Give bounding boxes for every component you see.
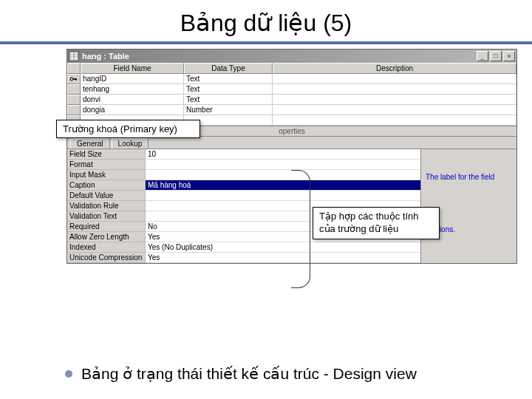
prop-label: Validation Text — [67, 211, 146, 222]
prop-label: Format — [67, 160, 146, 170]
tab-general[interactable]: General — [70, 138, 110, 149]
fieldname-cell[interactable]: dongia — [81, 105, 184, 115]
svg-point-4 — [70, 78, 73, 81]
prop-value[interactable]: 10 — [146, 149, 420, 160]
primary-key-icon — [69, 75, 78, 83]
callout-field-attributes: Tập hợp các thuộc tính của trường dữ liệ… — [313, 207, 440, 239]
prop-label: Required — [67, 222, 146, 232]
datatype-cell[interactable]: Text — [184, 74, 273, 84]
datatype-header: Data Type — [184, 63, 273, 74]
prop-label: Input Mask — [67, 170, 146, 180]
close-button[interactable]: × — [503, 51, 515, 61]
property-hint-pane: The label for the field captions. — [420, 149, 516, 263]
table-icon — [69, 51, 79, 61]
prop-value[interactable] — [146, 160, 420, 170]
slide-caption: Bảng ở trạng thái thiết kế cấu trúc - De… — [81, 365, 417, 383]
prop-value[interactable]: Yes (No Duplicates) — [146, 242, 420, 253]
description-cell[interactable] — [273, 95, 516, 105]
slide-title: Bảng dữ liệu (5) — [0, 0, 532, 41]
minimize-button[interactable]: _ — [477, 51, 488, 61]
field-definition-grid: Field Name Data Type Description hangID … — [67, 63, 516, 126]
svg-rect-6 — [76, 78, 77, 81]
description-cell[interactable] — [273, 115, 516, 126]
window-title: hang : Table — [82, 52, 477, 61]
prop-label: Allow Zero Length — [67, 232, 146, 242]
datatype-cell[interactable]: Number — [184, 105, 273, 115]
row-selector[interactable] — [67, 95, 81, 105]
bullet-icon — [65, 370, 72, 378]
description-cell[interactable] — [273, 74, 516, 84]
fieldname-cell[interactable]: donvi — [81, 95, 184, 105]
prop-value[interactable] — [146, 170, 420, 180]
prop-label: Indexed — [67, 242, 146, 253]
callout-primary-key: Trường khoá (Primary key) — [56, 120, 200, 138]
fieldname-cell[interactable]: hangID — [81, 74, 184, 84]
prop-value-caption[interactable]: Mã hàng hoá — [146, 180, 420, 191]
prop-label: Default Value — [67, 191, 146, 201]
tab-lookup[interactable]: Lookup — [112, 138, 149, 149]
datatype-cell[interactable]: Text — [184, 84, 273, 95]
prop-label: Field Size — [67, 149, 146, 160]
rowselector-header — [67, 63, 81, 74]
description-cell[interactable] — [273, 84, 516, 95]
row-selector[interactable] — [67, 105, 81, 115]
title-divider — [0, 41, 532, 44]
prop-label: Unicode Compression — [67, 253, 146, 263]
row-selector-pk[interactable] — [67, 74, 81, 84]
prop-value[interactable]: Yes — [146, 253, 420, 263]
maximize-button[interactable]: □ — [490, 51, 502, 61]
prop-label: Validation Rule — [67, 201, 146, 211]
row-selector[interactable] — [67, 84, 81, 95]
prop-value[interactable] — [146, 191, 420, 201]
description-header: Description — [273, 63, 516, 74]
brace-icon — [291, 170, 310, 288]
window-titlebar: hang : Table _ □ × — [67, 50, 516, 63]
description-cell[interactable] — [273, 105, 516, 115]
prop-label: Caption — [67, 180, 146, 191]
fieldname-cell[interactable]: tenhang — [81, 84, 184, 95]
hint-text-1: The label for the field — [426, 173, 512, 181]
datatype-cell[interactable]: Text — [184, 95, 273, 105]
fieldname-header: Field Name — [81, 63, 184, 74]
field-properties-grid: Field Size10 Format Input Mask CaptionMã… — [67, 149, 420, 263]
